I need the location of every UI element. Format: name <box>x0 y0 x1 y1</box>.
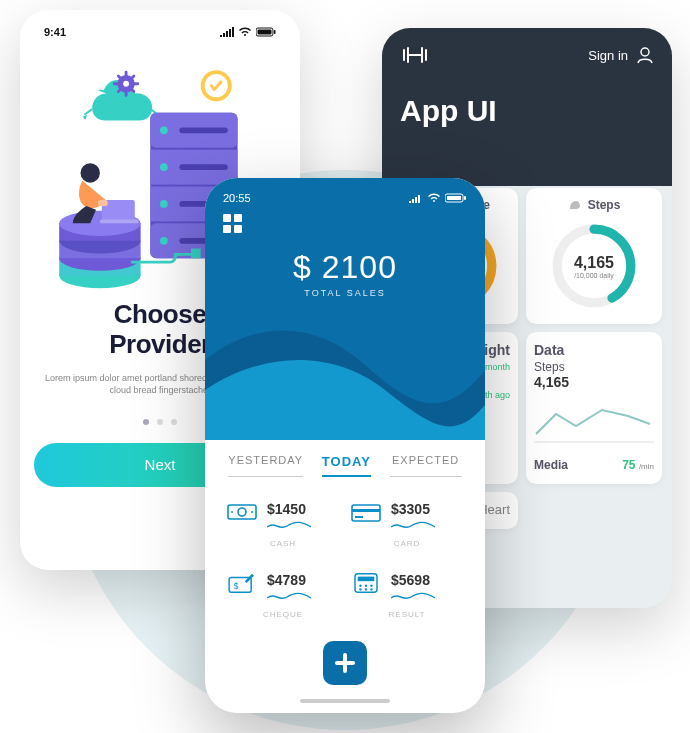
sales-header: 20:55 $ 2100 TOTAL SALES <box>205 178 485 440</box>
media-value: 75 <box>622 458 635 472</box>
status-bar: 9:41 <box>34 24 286 38</box>
svg-text:$: $ <box>234 582 239 591</box>
svg-point-4 <box>123 81 129 87</box>
svg-point-45 <box>251 511 253 513</box>
sign-in-button[interactable]: Sign in <box>588 46 654 64</box>
total-sales: $ 2100 TOTAL SALES <box>205 249 485 298</box>
svg-point-32 <box>641 48 649 56</box>
item-result[interactable]: $5698 RESULT <box>351 572 463 619</box>
dot-2[interactable] <box>157 419 163 425</box>
spark-icon <box>267 519 311 533</box>
sales-breakdown: $1450 CASH $3305 CARD $ $4789 <box>205 477 485 629</box>
spark-icon <box>267 590 311 604</box>
item-cheque[interactable]: $ $4789 CHEQUE <box>227 572 339 619</box>
media-unit: /min <box>639 462 654 471</box>
cheque-value: $4789 <box>267 572 311 588</box>
total-amount: $ 2100 <box>205 249 485 286</box>
dot-3[interactable] <box>171 419 177 425</box>
cheque-icon: $ <box>227 572 257 594</box>
tab-yesterday[interactable]: YESTERDAY <box>228 454 303 477</box>
total-label: TOTAL SALES <box>205 288 485 298</box>
card-steps[interactable]: Steps 4,165 /10,000 daily <box>526 188 662 324</box>
data-sub: Steps <box>534 360 654 374</box>
result-label: RESULT <box>351 610 463 619</box>
svg-rect-52 <box>358 577 375 582</box>
item-cash[interactable]: $1450 CASH <box>227 501 339 548</box>
plus-icon <box>333 651 357 675</box>
add-button[interactable] <box>323 641 367 685</box>
signal-icon <box>220 27 234 37</box>
wifi-icon <box>427 193 441 203</box>
cash-label: CASH <box>227 539 339 548</box>
battery-icon <box>256 27 276 37</box>
signal-icon <box>409 193 423 203</box>
calculator-icon <box>351 572 381 594</box>
spark-icon <box>391 590 435 604</box>
wave-decoration-icon <box>205 310 485 440</box>
svg-point-12 <box>160 126 168 134</box>
home-indicator[interactable] <box>300 699 390 703</box>
svg-rect-1 <box>258 30 272 35</box>
media-label: Media <box>534 458 568 472</box>
item-card[interactable]: $3305 CARD <box>351 501 463 548</box>
spark-icon <box>391 519 435 533</box>
card-label: CARD <box>351 539 463 548</box>
data-label: Data <box>534 342 654 358</box>
result-value: $5698 <box>391 572 435 588</box>
cheque-label: CHEQUE <box>227 610 339 619</box>
svg-rect-2 <box>274 30 276 34</box>
fitness-title: App UI <box>400 94 654 128</box>
svg-point-53 <box>359 585 361 587</box>
fitness-header: Sign in App UI <box>382 28 672 186</box>
svg-point-54 <box>365 585 367 587</box>
wifi-icon <box>238 27 252 37</box>
shoe-icon <box>568 198 582 212</box>
tab-expected[interactable]: EXPECTED <box>390 454 462 477</box>
cash-icon <box>227 501 257 523</box>
svg-rect-47 <box>352 509 380 512</box>
phone-sales: 20:55 $ 2100 TOTAL SALES YESTERDAY TODAY… <box>205 178 485 713</box>
status-bar: 20:55 <box>205 178 485 204</box>
clock: 9:41 <box>44 26 66 38</box>
tab-today[interactable]: TODAY <box>322 454 371 477</box>
status-icons <box>220 27 276 37</box>
svg-rect-13 <box>179 127 227 133</box>
svg-rect-41 <box>464 196 466 200</box>
clock: 20:55 <box>223 192 251 204</box>
card-data[interactable]: Data Steps 4,165 Media 75 /min <box>526 332 662 484</box>
svg-point-14 <box>160 163 168 171</box>
svg-point-55 <box>370 585 372 587</box>
svg-point-16 <box>160 200 168 208</box>
svg-rect-48 <box>355 516 363 518</box>
svg-rect-28 <box>100 219 139 223</box>
sign-in-label: Sign in <box>588 48 628 63</box>
steps-sub: /10,000 daily <box>574 272 614 279</box>
svg-point-43 <box>238 508 246 516</box>
svg-rect-40 <box>447 196 461 200</box>
menu-button[interactable] <box>205 204 485 243</box>
svg-rect-30 <box>98 200 108 206</box>
svg-rect-31 <box>191 249 201 259</box>
steps-label: Steps <box>588 198 621 212</box>
dot-1[interactable] <box>143 419 149 425</box>
svg-rect-46 <box>352 505 380 521</box>
svg-point-58 <box>370 588 372 590</box>
cash-value: $1450 <box>267 501 311 517</box>
card-value: $3305 <box>391 501 435 517</box>
svg-point-57 <box>365 588 367 590</box>
svg-rect-15 <box>179 164 227 170</box>
battery-icon <box>445 193 467 203</box>
data-value: 4,165 <box>534 374 654 390</box>
sales-tabs: YESTERDAY TODAY EXPECTED <box>205 440 485 477</box>
svg-point-18 <box>160 237 168 245</box>
dumbbell-icon <box>400 46 430 64</box>
svg-point-56 <box>359 588 361 590</box>
data-sparkline-icon <box>534 400 654 444</box>
svg-point-29 <box>81 163 100 182</box>
card-icon <box>351 501 381 523</box>
svg-point-44 <box>231 511 233 513</box>
steps-value: 4,165 <box>574 254 614 272</box>
user-icon <box>636 46 654 64</box>
